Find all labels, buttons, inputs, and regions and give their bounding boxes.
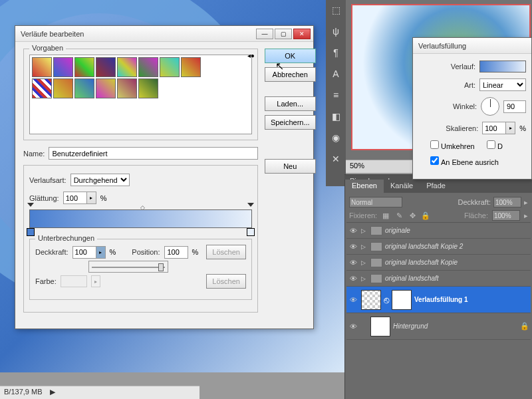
tool-icon-swatch[interactable]: ◧ [329,109,343,124]
color-flyout-icon[interactable]: ▸ [91,275,100,287]
fill-titlebar[interactable]: Verlaufsfüllung [413,38,531,54]
style-select[interactable]: Linear [479,78,526,91]
tool-icon-psi[interactable]: ψ [329,24,343,39]
visibility-icon[interactable]: 👁 [348,259,358,267]
preset-swatch[interactable] [138,78,158,98]
delete-color-stop-button[interactable]: Löschen [206,274,246,289]
stepper-icon[interactable]: ▸ [96,246,106,259]
tool-icon-para[interactable]: ¶ [329,45,343,60]
new-button[interactable]: Neu [265,159,316,174]
stepper-icon[interactable]: ▸ [506,122,515,134]
load-button[interactable]: Laden... [265,96,316,111]
slider-thumb[interactable] [158,263,164,271]
preset-swatch[interactable] [96,57,116,77]
layer-fill-input[interactable] [492,210,520,221]
layer-thumb[interactable] [370,317,390,336]
visibility-icon[interactable]: 👁 [348,275,358,283]
layer-thumb[interactable] [361,290,381,310]
preset-swatch[interactable] [53,57,73,77]
layer-name[interactable]: originale [385,227,529,234]
preset-swatch[interactable] [181,57,201,77]
preset-swatch[interactable] [96,78,116,98]
tab-layers[interactable]: Ebenen [345,180,384,193]
preset-swatch[interactable] [53,78,73,98]
lock-all-icon[interactable]: 🔒 [421,211,430,220]
smooth-input[interactable] [63,192,87,204]
visibility-icon[interactable]: 👁 [348,227,358,235]
preset-swatch[interactable] [117,57,137,77]
lock-transparency-icon[interactable]: ▦ [381,211,390,220]
tool-icon-fx[interactable]: ≡ [329,88,343,102]
preset-swatch[interactable] [138,57,158,77]
preset-swatch[interactable] [74,57,94,77]
tool-icon-camera[interactable]: ◉ [329,130,343,145]
cancel-button[interactable]: Abbrechen [265,67,316,82]
preset-swatch[interactable] [160,57,180,77]
expand-icon[interactable]: ▷ [361,275,368,282]
maximize-button[interactable]: ▢ [275,29,292,39]
layer-name[interactable]: Hintergrund [393,323,517,330]
gradient-swatch[interactable] [479,61,526,72]
gradient-editor-dialog: Verläufe bearbeiten — ▢ ✕ Vorgaben ◂● [15,25,314,329]
layer-name[interactable]: original landschaft Kopie 2 [385,243,529,250]
tab-paths[interactable]: Pfade [420,180,452,193]
gradient-bar[interactable] [29,209,252,228]
preset-grid[interactable] [29,55,252,134]
opacity-stop-left[interactable] [27,203,34,209]
lock-paint-icon[interactable]: ✎ [394,211,404,220]
reverse-checkbox[interactable]: Umkehren [430,140,475,150]
dither-checkbox[interactable]: D [487,140,503,150]
blend-mode-select[interactable] [349,197,402,207]
layer-name[interactable]: Verlaufsfüllung 1 [414,296,529,303]
layer-row[interactable]: 👁 ▷ original landschaft Kopie 2 [346,239,531,255]
angle-dial[interactable] [481,97,499,116]
visibility-icon[interactable]: 👁 [348,323,358,331]
preset-swatch[interactable] [32,78,52,98]
tool-icon-wrench[interactable]: ✕ [329,152,343,166]
expand-icon[interactable]: ▷ [361,259,368,266]
opacity-stop-right[interactable] [247,203,254,209]
layer-row[interactable]: 👁 Hintergrund 🔒 [346,313,531,340]
preset-swatch[interactable] [117,78,137,98]
layer-row[interactable]: 👁 ▷ original landschaft Kopie [346,255,531,271]
ok-button[interactable]: OK [265,49,316,63]
close-button[interactable]: ✕ [293,29,311,39]
type-select[interactable]: Durchgehend [70,174,130,186]
status-arrow-icon[interactable]: ▶ [50,388,55,396]
expand-icon[interactable]: ▷ [361,227,368,234]
mask-thumb[interactable] [392,290,412,310]
angle-input[interactable] [503,100,526,113]
opacity-slider-popup[interactable] [88,261,168,273]
expand-icon[interactable]: ▷ [361,243,368,250]
color-stop-left[interactable] [27,228,35,236]
color-stop-right[interactable] [247,228,255,236]
position-input[interactable] [164,246,188,259]
layer-row-selected[interactable]: 👁 ⎋ Verlaufsfüllung 1 [346,287,531,313]
tool-icon-a[interactable]: ⬚ [329,3,343,17]
tool-icon-char[interactable]: A [329,66,343,81]
stepper-icon[interactable]: ▸ [87,192,96,204]
layer-name[interactable]: original landschaft [385,275,529,282]
layer-opacity-input[interactable] [493,197,521,207]
preset-swatch[interactable] [32,57,52,77]
layer-row[interactable]: 👁 ▷ originale [346,223,531,239]
preset-swatch[interactable] [74,78,94,98]
color-swatch[interactable] [61,275,87,287]
minimize-button[interactable]: — [256,29,273,39]
save-button[interactable]: Speichern... [265,115,316,130]
fill-stepper-icon[interactable]: ▸ [524,211,528,220]
align-checkbox[interactable]: An Ebene ausrich [430,156,499,166]
lock-move-icon[interactable]: ✥ [408,211,417,220]
opacity-stop-input[interactable] [72,246,96,259]
gradient-name-input[interactable] [49,147,257,160]
layer-row[interactable]: 👁 ▷ original landschaft [346,271,531,287]
dialog-titlebar[interactable]: Verläufe bearbeiten — ▢ ✕ [15,26,313,42]
scale-input[interactable] [482,122,506,134]
preset-flyout-icon[interactable]: ◂● [247,52,255,59]
layer-name[interactable]: original landschaft Kopie [385,259,529,266]
delete-opacity-stop-button[interactable]: Löschen [206,245,246,259]
visibility-icon[interactable]: 👁 [348,243,358,251]
visibility-icon[interactable]: 👁 [348,296,358,304]
opacity-stepper-icon[interactable]: ▸ [524,198,528,207]
tab-channels[interactable]: Kanäle [384,180,420,193]
